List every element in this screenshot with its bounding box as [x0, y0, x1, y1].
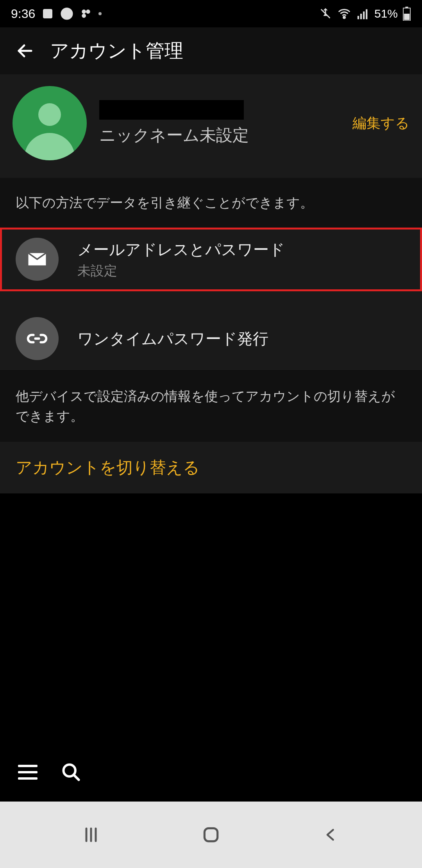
- back-button[interactable]: [317, 826, 345, 843]
- spacer: [0, 291, 422, 307]
- status-right: 51%: [319, 6, 411, 21]
- page-title: アカウント管理: [50, 38, 183, 63]
- switch-account-button[interactable]: アカウントを切り替える: [0, 442, 422, 493]
- app-header: アカウント管理: [0, 27, 422, 74]
- transfer-section-desc: 以下の方法でデータを引き継ぐことができます。: [0, 178, 422, 228]
- battery-icon: [402, 7, 411, 21]
- svg-rect-13: [404, 14, 409, 20]
- status-bar: 9:36 51%: [0, 0, 422, 27]
- email-option-sub: 未設定: [77, 262, 406, 280]
- search-icon[interactable]: [61, 762, 81, 782]
- status-time: 9:36: [11, 7, 35, 21]
- svg-rect-7: [358, 16, 359, 20]
- wifi-icon: [337, 6, 352, 21]
- envelope-icon: [16, 238, 59, 281]
- svg-point-6: [343, 16, 345, 18]
- email-option-title: メールアドレスとパスワード: [77, 239, 406, 260]
- recents-button[interactable]: [77, 825, 105, 844]
- svg-point-3: [86, 9, 90, 14]
- app-icon-2: [80, 7, 92, 20]
- nickname-label: ニックネーム未設定: [99, 124, 340, 146]
- onetime-option-text: ワンタイムパスワード発行: [77, 328, 406, 350]
- edit-button[interactable]: 編集する: [352, 114, 409, 133]
- more-icon: [98, 12, 102, 15]
- status-left: 9:36: [11, 7, 102, 21]
- battery-pct: 51%: [374, 7, 398, 20]
- svg-point-2: [82, 9, 86, 14]
- vibrate-icon: [319, 7, 332, 20]
- onetime-option-title: ワンタイムパスワード発行: [77, 328, 406, 350]
- svg-rect-10: [366, 9, 367, 19]
- svg-rect-8: [360, 14, 362, 19]
- home-button[interactable]: [197, 825, 225, 845]
- menu-icon[interactable]: [18, 765, 38, 780]
- back-arrow-icon[interactable]: [16, 41, 34, 60]
- switch-section-desc: 他デバイスで設定済みの情報を使ってアカウントの切り替えができます。: [0, 371, 422, 442]
- email-password-option[interactable]: メールアドレスとパスワード 未設定: [0, 228, 422, 291]
- signal-icon: [356, 7, 370, 20]
- svg-rect-20: [204, 828, 217, 841]
- svg-rect-0: [43, 9, 52, 18]
- line-app-icon: [60, 7, 73, 20]
- redacted-username: [99, 100, 244, 120]
- bottom-app-bar: [0, 743, 422, 802]
- app-icon-1: [41, 7, 54, 20]
- avatar: [13, 86, 87, 160]
- link-icon: [16, 317, 59, 360]
- svg-rect-9: [363, 11, 365, 19]
- svg-line-16: [74, 775, 79, 780]
- onetime-password-option[interactable]: ワンタイムパスワード発行: [0, 307, 422, 371]
- svg-point-1: [61, 7, 73, 20]
- profile-card: ニックネーム未設定 編集する: [0, 74, 422, 178]
- svg-point-4: [82, 14, 86, 18]
- system-nav-bar: [0, 802, 422, 868]
- profile-info: ニックネーム未設定: [99, 100, 340, 146]
- email-option-text: メールアドレスとパスワード 未設定: [77, 239, 406, 280]
